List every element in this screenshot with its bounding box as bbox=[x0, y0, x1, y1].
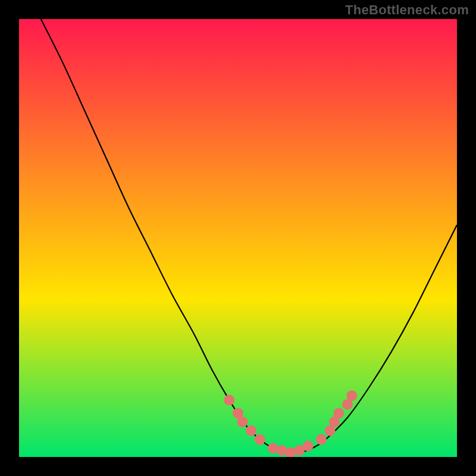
highlight-point bbox=[303, 441, 314, 452]
watermark-text: TheBottleneck.com bbox=[345, 2, 469, 18]
highlight-point bbox=[346, 390, 357, 401]
highlight-point bbox=[237, 416, 248, 427]
highlight-point bbox=[316, 434, 327, 445]
chart-frame: TheBottleneck.com bbox=[0, 0, 476, 476]
highlight-point bbox=[255, 434, 265, 445]
plot-area bbox=[19, 19, 457, 457]
plot-svg bbox=[19, 19, 457, 457]
background-gradient bbox=[19, 19, 457, 457]
highlight-point bbox=[246, 425, 256, 436]
highlight-point bbox=[224, 394, 234, 405]
highlight-point bbox=[333, 408, 344, 418]
